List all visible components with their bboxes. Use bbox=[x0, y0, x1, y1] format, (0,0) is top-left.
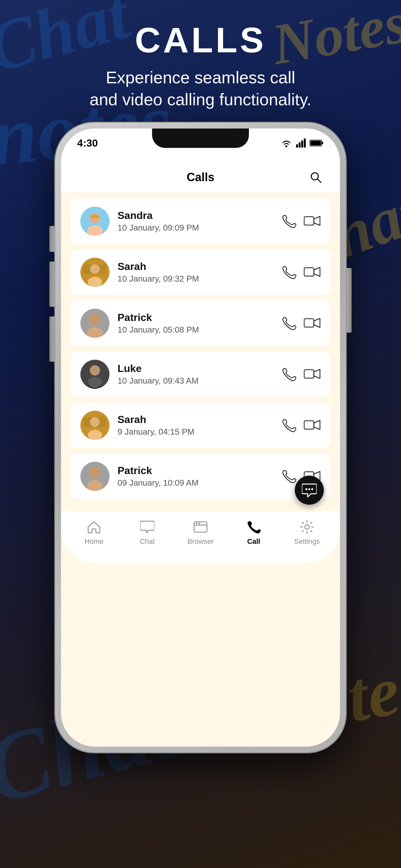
signal-icon bbox=[296, 138, 306, 148]
page-title: CALLS bbox=[0, 20, 401, 60]
contact-info: Patrick 09 January, 10:09 AM bbox=[118, 465, 273, 488]
call-item[interactable]: Sarah 10 January, 09:32 PM bbox=[71, 250, 330, 295]
contact-time: 10 January, 09:09 PM bbox=[118, 223, 273, 233]
call-item[interactable]: Luke 10 January, 09:43 AM bbox=[71, 352, 330, 397]
avatar-image bbox=[81, 360, 110, 389]
svg-rect-19 bbox=[304, 268, 314, 276]
contact-info: Patrick 10 January, 05:08 PM bbox=[118, 312, 273, 335]
avatar-image bbox=[81, 258, 110, 287]
side-button-mute bbox=[50, 226, 55, 252]
svg-rect-14 bbox=[304, 217, 314, 225]
chat-icon bbox=[139, 519, 156, 535]
contact-name: Sandra bbox=[118, 210, 273, 221]
svg-point-38 bbox=[89, 467, 100, 478]
nav-item-settings[interactable]: Settings bbox=[291, 519, 323, 546]
nav-label-home: Home bbox=[85, 537, 104, 546]
svg-rect-18 bbox=[84, 264, 106, 274]
phone-screen: 4:30 bbox=[61, 128, 340, 747]
video-icon bbox=[304, 368, 320, 381]
call-actions bbox=[281, 213, 320, 229]
nav-item-home[interactable]: Home bbox=[78, 519, 110, 546]
settings-icon bbox=[299, 519, 315, 535]
status-bar: 4:30 bbox=[61, 135, 340, 151]
svg-rect-6 bbox=[321, 142, 323, 144]
contact-time: 9 January, 04:15 PM bbox=[118, 427, 273, 437]
avatar bbox=[81, 309, 110, 338]
svg-rect-1 bbox=[296, 144, 298, 148]
audio-call-button[interactable] bbox=[281, 366, 297, 383]
svg-rect-34 bbox=[304, 421, 314, 429]
bottom-navigation: Home Chat bbox=[61, 511, 340, 563]
video-icon bbox=[304, 419, 320, 432]
contact-time: 10 January, 09:43 AM bbox=[118, 376, 273, 386]
svg-point-45 bbox=[196, 523, 197, 524]
nav-label-chat: Chat bbox=[140, 537, 155, 546]
avatar bbox=[81, 258, 110, 287]
svg-point-47 bbox=[305, 525, 309, 529]
audio-call-button[interactable] bbox=[281, 417, 297, 434]
call-item[interactable]: Patrick 09 January, 10:09 AM bbox=[71, 454, 330, 499]
nav-item-chat[interactable]: Chat bbox=[131, 519, 163, 546]
contact-name: Patrick bbox=[118, 312, 273, 323]
contact-info: Sarah 9 January, 04:15 PM bbox=[118, 414, 273, 437]
search-icon bbox=[309, 171, 322, 184]
call-item[interactable]: Patrick 10 January, 05:08 PM bbox=[71, 301, 330, 346]
svg-point-32 bbox=[88, 430, 102, 440]
svg-rect-4 bbox=[304, 138, 306, 148]
svg-rect-7 bbox=[311, 141, 321, 145]
svg-point-28 bbox=[88, 377, 102, 388]
phone-icon bbox=[281, 315, 297, 331]
nav-item-call[interactable]: Call bbox=[238, 519, 270, 546]
video-call-button[interactable] bbox=[304, 213, 320, 229]
page-subtitle: Experience seamless calland video callin… bbox=[0, 67, 401, 111]
contact-time: 09 January, 10:09 AM bbox=[118, 478, 273, 488]
app-header: Calls bbox=[61, 164, 340, 192]
contact-info: Sandra 10 January, 09:09 PM bbox=[118, 210, 273, 233]
audio-call-button[interactable] bbox=[281, 264, 297, 281]
svg-point-23 bbox=[89, 314, 100, 325]
nav-label-call: Call bbox=[247, 537, 260, 546]
browser-icon bbox=[192, 519, 209, 535]
phone-icon bbox=[281, 417, 297, 433]
battery-icon bbox=[310, 139, 324, 147]
video-call-button[interactable] bbox=[304, 315, 320, 332]
svg-point-26 bbox=[90, 365, 100, 376]
svg-rect-24 bbox=[304, 319, 314, 327]
nav-item-browser[interactable]: Browser bbox=[184, 519, 217, 546]
audio-call-button[interactable] bbox=[281, 468, 297, 485]
contact-info: Luke 10 January, 09:43 AM bbox=[118, 363, 273, 386]
svg-line-9 bbox=[317, 179, 321, 182]
call-actions bbox=[281, 315, 320, 332]
phone-mockup: 4:30 bbox=[55, 123, 346, 752]
contact-name: Patrick bbox=[118, 465, 273, 476]
search-button[interactable] bbox=[308, 169, 324, 185]
fab-button[interactable] bbox=[295, 476, 324, 505]
audio-call-button[interactable] bbox=[281, 315, 297, 332]
avatar bbox=[81, 207, 110, 236]
call-nav-icon bbox=[245, 519, 262, 535]
phone-icon bbox=[281, 213, 297, 229]
video-call-button[interactable] bbox=[304, 366, 320, 383]
contact-name: Sarah bbox=[118, 414, 273, 426]
contact-time: 10 January, 09:32 PM bbox=[118, 274, 273, 284]
svg-point-42 bbox=[311, 488, 313, 490]
svg-rect-2 bbox=[299, 143, 301, 148]
status-time: 4:30 bbox=[77, 137, 98, 149]
svg-rect-29 bbox=[304, 370, 314, 378]
notch-area: 4:30 bbox=[61, 128, 340, 164]
audio-call-button[interactable] bbox=[281, 213, 297, 229]
call-list: Sandra 10 January, 09:09 PM bbox=[61, 192, 340, 511]
call-item[interactable]: Sarah 9 January, 04:15 PM bbox=[71, 403, 330, 448]
header-title: Calls bbox=[187, 170, 214, 184]
video-icon bbox=[304, 317, 320, 330]
svg-point-0 bbox=[285, 145, 287, 147]
video-icon bbox=[304, 215, 320, 228]
call-item[interactable]: Sandra 10 January, 09:09 PM bbox=[71, 198, 330, 244]
video-call-button[interactable] bbox=[304, 417, 320, 434]
contact-info: Sarah 10 January, 09:32 PM bbox=[118, 260, 273, 284]
status-icons bbox=[281, 138, 324, 148]
nav-label-settings: Settings bbox=[294, 537, 320, 546]
wifi-icon bbox=[281, 138, 292, 148]
video-call-button[interactable] bbox=[304, 264, 320, 281]
svg-rect-33 bbox=[84, 417, 106, 427]
